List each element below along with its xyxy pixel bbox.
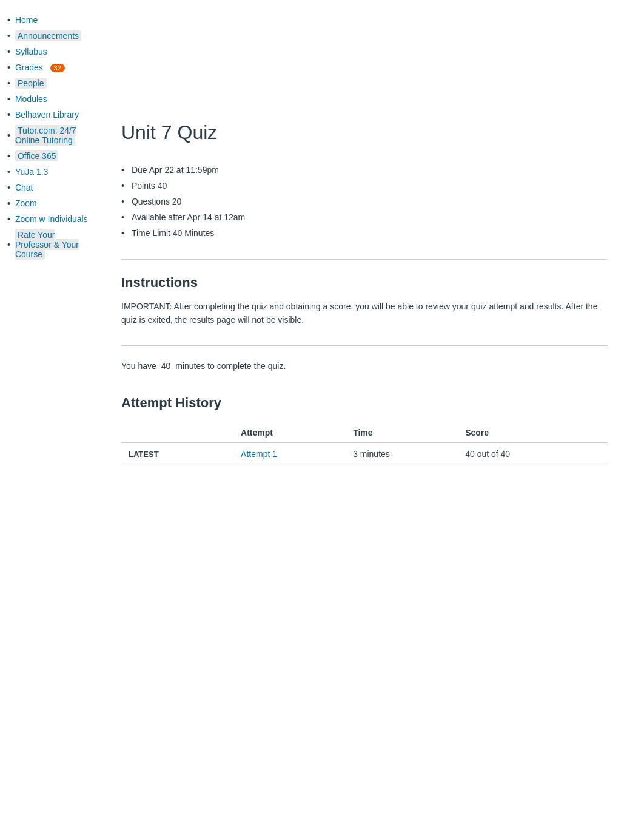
sidebar-link-zoom[interactable]: Zoom [15, 198, 37, 208]
latest-label: LATEST [129, 450, 159, 459]
sidebar-link-home[interactable]: Home [15, 15, 38, 25]
row-score: 40 out of 40 [458, 442, 608, 465]
sidebar-nav: Home Announcements Syllabus Grades 32 Pe… [0, 12, 97, 262]
row-time: 3 minutes [346, 442, 458, 465]
time-notice: You have 40 minutes to complete the quiz… [121, 361, 608, 371]
sidebar-link-zoom-individuals[interactable]: Zoom w Individuals [15, 214, 88, 224]
sidebar-item-grades[interactable]: Grades 32 [0, 59, 97, 75]
quiz-available: Available after Apr 14 at 12am [121, 209, 608, 225]
attempt-link[interactable]: Attempt 1 [241, 449, 277, 459]
attempt-table: Attempt Time Score LATEST Attempt 1 3 mi… [121, 423, 608, 465]
sidebar-item-zoom-individuals[interactable]: Zoom w Individuals [0, 211, 97, 227]
sidebar-link-chat[interactable]: Chat [15, 183, 33, 192]
sidebar: Home Announcements Syllabus Grades 32 Pe… [0, 0, 97, 835]
row-status: LATEST [121, 442, 233, 465]
sidebar-item-chat[interactable]: Chat [0, 180, 97, 195]
divider-2 [121, 345, 608, 346]
col-attempt: Attempt [233, 423, 346, 443]
sidebar-item-syllabus[interactable]: Syllabus [0, 44, 97, 59]
time-minutes: 40 [161, 361, 171, 371]
sidebar-link-modules[interactable]: Modules [15, 94, 47, 104]
time-notice-prefix: You have [121, 361, 156, 371]
instructions-title: Instructions [121, 275, 608, 291]
sidebar-link-people[interactable]: People [15, 78, 47, 88]
sidebar-item-people[interactable]: People [0, 75, 97, 91]
sidebar-item-zoom[interactable]: Zoom [0, 195, 97, 211]
sidebar-item-rate-professor[interactable]: Rate Your Professor & Your Course [0, 227, 97, 262]
sidebar-link-syllabus[interactable]: Syllabus [15, 47, 47, 56]
table-header-row: Attempt Time Score [121, 423, 608, 443]
quiz-title: Unit 7 Quiz [121, 121, 608, 144]
sidebar-item-yuja[interactable]: YuJa 1.3 [0, 164, 97, 180]
quiz-meta: Due Apr 22 at 11:59pm Points 40 Question… [121, 162, 608, 241]
sidebar-link-belhaven[interactable]: Belhaven Library [15, 110, 79, 120]
sidebar-link-grades[interactable]: Grades 32 [15, 63, 65, 72]
divider-1 [121, 259, 608, 260]
row-attempt[interactable]: Attempt 1 [233, 442, 346, 465]
quiz-time-limit: Time Limit 40 Minutes [121, 225, 608, 241]
instructions-text: IMPORTANT: After completing the quiz and… [121, 300, 608, 327]
sidebar-item-tutor[interactable]: Tutor.com: 24/7 Online Tutoring [0, 123, 97, 148]
sidebar-item-home[interactable]: Home [0, 12, 97, 28]
quiz-due-date: Due Apr 22 at 11:59pm [121, 162, 608, 178]
sidebar-link-tutor[interactable]: Tutor.com: 24/7 Online Tutoring [15, 126, 90, 145]
sidebar-item-belhaven[interactable]: Belhaven Library [0, 107, 97, 123]
sidebar-item-announcements[interactable]: Announcements [0, 28, 97, 44]
sidebar-link-office365[interactable]: Office 365 [15, 151, 59, 161]
sidebar-link-announcements[interactable]: Announcements [15, 31, 81, 41]
table-header: Attempt Time Score [121, 423, 608, 443]
col-status [121, 423, 233, 443]
table-body: LATEST Attempt 1 3 minutes 40 out of 40 [121, 442, 608, 465]
quiz-points: Points 40 [121, 178, 608, 194]
sidebar-link-yuja[interactable]: YuJa 1.3 [15, 167, 49, 177]
time-notice-suffix: minutes to complete the quiz. [175, 361, 286, 371]
col-score: Score [458, 423, 608, 443]
sidebar-item-modules[interactable]: Modules [0, 91, 97, 107]
sidebar-link-rate-professor[interactable]: Rate Your Professor & Your Course [15, 230, 90, 259]
quiz-questions: Questions 20 [121, 194, 608, 209]
col-time: Time [346, 423, 458, 443]
table-row: LATEST Attempt 1 3 minutes 40 out of 40 [121, 442, 608, 465]
attempt-history-title: Attempt History [121, 395, 608, 411]
main-content: Unit 7 Quiz Due Apr 22 at 11:59pm Points… [97, 0, 644, 835]
sidebar-item-office365[interactable]: Office 365 [0, 148, 97, 164]
